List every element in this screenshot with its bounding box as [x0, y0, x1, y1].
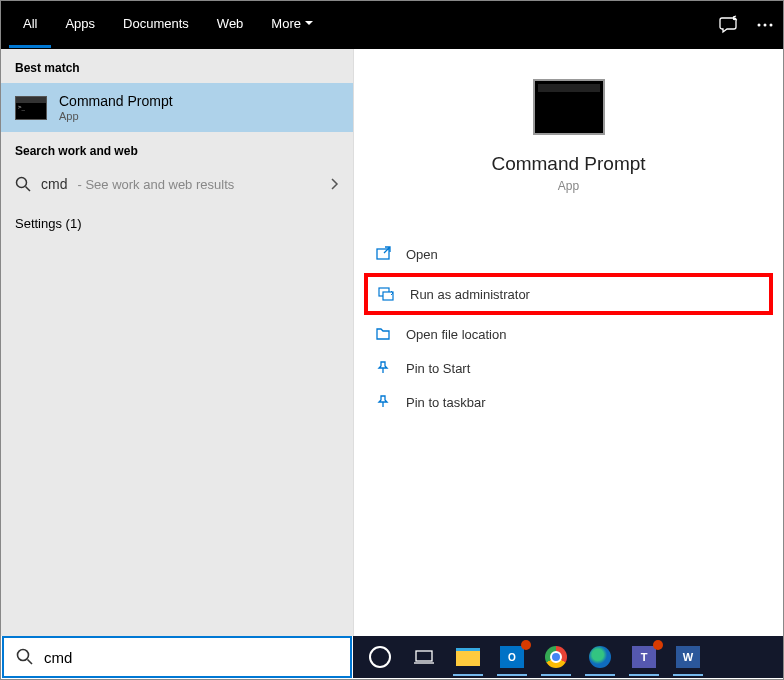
- svg-point-2: [770, 24, 773, 27]
- preview-title: Command Prompt: [491, 153, 645, 175]
- taskbar-file-explorer[interactable]: [447, 638, 489, 676]
- teams-icon: T: [632, 646, 656, 668]
- web-hint-text: - See work and web results: [77, 177, 234, 192]
- search-filter-tabs: All Apps Documents Web More: [1, 1, 783, 49]
- folder-icon: [374, 325, 392, 343]
- best-match-result[interactable]: Command Prompt App: [1, 83, 353, 132]
- notification-badge: [653, 640, 663, 650]
- command-prompt-icon: [15, 96, 47, 120]
- tab-web[interactable]: Web: [203, 2, 258, 48]
- result-subtitle: App: [59, 110, 173, 122]
- outlook-icon: O: [500, 646, 524, 668]
- preview-panel: Command Prompt App Open Run as administr…: [353, 49, 783, 636]
- action-pin-to-taskbar[interactable]: Pin to taskbar: [364, 385, 773, 419]
- taskbar-edge[interactable]: [579, 638, 621, 676]
- word-icon: W: [676, 646, 700, 668]
- task-view-icon: [414, 649, 434, 665]
- feedback-icon[interactable]: [719, 15, 739, 35]
- action-label: Open file location: [406, 327, 506, 342]
- more-options-icon[interactable]: [757, 23, 773, 27]
- svg-rect-10: [416, 651, 432, 661]
- results-panel: Best match Command Prompt App Search wor…: [1, 49, 353, 636]
- result-title: Command Prompt: [59, 93, 173, 109]
- taskbar-outlook[interactable]: O: [491, 638, 533, 676]
- cortana-icon: [369, 646, 391, 668]
- action-label: Run as administrator: [410, 287, 530, 302]
- svg-point-1: [764, 24, 767, 27]
- file-explorer-icon: [456, 648, 480, 666]
- svg-point-8: [18, 650, 29, 661]
- tab-all[interactable]: All: [9, 2, 51, 48]
- admin-icon: [378, 285, 396, 303]
- notification-badge: [521, 640, 531, 650]
- svg-point-3: [17, 178, 27, 188]
- taskbar-cortana[interactable]: [359, 638, 401, 676]
- taskbar: O T W: [353, 636, 783, 678]
- search-web-header: Search work and web: [1, 132, 353, 166]
- search-bar[interactable]: [2, 636, 352, 678]
- action-run-as-administrator[interactable]: Run as administrator: [364, 273, 773, 315]
- edge-icon: [589, 646, 611, 668]
- search-icon: [16, 648, 34, 666]
- command-prompt-icon: [533, 79, 605, 135]
- action-open-file-location[interactable]: Open file location: [364, 317, 773, 351]
- action-label: Pin to taskbar: [406, 395, 486, 410]
- taskbar-task-view[interactable]: [403, 638, 445, 676]
- web-search-result[interactable]: cmd - See work and web results: [1, 166, 353, 202]
- action-pin-to-start[interactable]: Pin to Start: [364, 351, 773, 385]
- svg-point-0: [758, 24, 761, 27]
- chrome-icon: [545, 646, 567, 668]
- chevron-down-icon: [305, 21, 313, 26]
- search-input[interactable]: [44, 649, 338, 666]
- taskbar-teams[interactable]: T: [623, 638, 665, 676]
- taskbar-word[interactable]: W: [667, 638, 709, 676]
- pin-icon: [374, 393, 392, 411]
- svg-line-9: [28, 660, 33, 665]
- svg-rect-7: [383, 292, 393, 300]
- tab-documents[interactable]: Documents: [109, 2, 203, 48]
- web-query-text: cmd: [41, 176, 67, 192]
- action-open[interactable]: Open: [364, 237, 773, 271]
- action-label: Open: [406, 247, 438, 262]
- preview-subtitle: App: [558, 179, 579, 193]
- search-icon: [15, 176, 31, 192]
- tab-more[interactable]: More: [257, 2, 327, 48]
- settings-section[interactable]: Settings (1): [1, 202, 353, 245]
- chevron-right-icon: [331, 178, 339, 190]
- open-icon: [374, 245, 392, 263]
- taskbar-chrome[interactable]: [535, 638, 577, 676]
- action-label: Pin to Start: [406, 361, 470, 376]
- actions-list: Open Run as administrator Open file loca…: [354, 237, 783, 419]
- tab-apps[interactable]: Apps: [51, 2, 109, 48]
- best-match-header: Best match: [1, 49, 353, 83]
- pin-icon: [374, 359, 392, 377]
- svg-line-4: [26, 187, 31, 192]
